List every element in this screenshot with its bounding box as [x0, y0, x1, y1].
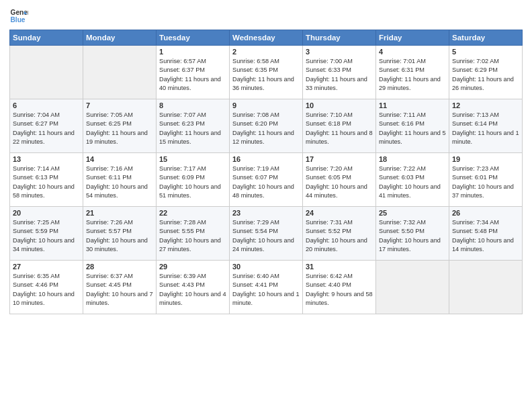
day-cell: 23Sunrise: 7:29 AMSunset: 5:54 PMDayligh… — [230, 207, 303, 261]
day-cell: 1Sunrise: 6:57 AMSunset: 6:37 PMDaylight… — [157, 46, 230, 99]
day-cell: 16Sunrise: 7:19 AMSunset: 6:07 PMDayligh… — [230, 153, 303, 207]
day-cell: 9Sunrise: 7:08 AMSunset: 6:20 PMDaylight… — [230, 99, 303, 153]
dow-header-sunday: Sunday — [10, 30, 83, 46]
dow-header-tuesday: Tuesday — [157, 30, 230, 46]
day-cell: 12Sunrise: 7:13 AMSunset: 6:14 PMDayligh… — [449, 99, 523, 153]
dow-header-thursday: Thursday — [303, 30, 376, 46]
day-number: 25 — [379, 209, 446, 217]
day-cell: 17Sunrise: 7:20 AMSunset: 6:05 PMDayligh… — [303, 153, 376, 207]
day-info: Sunrise: 6:39 AMSunset: 4:43 PMDaylight:… — [159, 272, 226, 308]
day-info: Sunrise: 7:05 AMSunset: 6:25 PMDaylight:… — [86, 111, 153, 146]
day-info: Sunrise: 7:00 AMSunset: 6:33 PMDaylight:… — [306, 57, 373, 93]
day-number: 13 — [13, 155, 80, 163]
day-number: 7 — [86, 101, 153, 109]
day-info: Sunrise: 7:17 AMSunset: 6:09 PMDaylight:… — [159, 165, 226, 200]
day-number: 2 — [232, 48, 300, 56]
day-cell: 31Sunrise: 6:42 AMSunset: 4:40 PMDayligh… — [303, 261, 376, 314]
day-number: 11 — [379, 101, 446, 109]
day-number: 3 — [306, 48, 373, 56]
dow-header-wednesday: Wednesday — [230, 30, 303, 46]
day-cell: 30Sunrise: 6:40 AMSunset: 4:41 PMDayligh… — [230, 261, 303, 314]
day-info: Sunrise: 6:35 AMSunset: 4:46 PMDaylight:… — [13, 272, 80, 308]
week-row-5: 27Sunrise: 6:35 AMSunset: 4:46 PMDayligh… — [10, 261, 523, 314]
day-cell: 18Sunrise: 7:22 AMSunset: 6:03 PMDayligh… — [376, 153, 449, 207]
day-cell: 25Sunrise: 7:32 AMSunset: 5:50 PMDayligh… — [376, 207, 449, 261]
day-cell: 28Sunrise: 6:37 AMSunset: 4:45 PMDayligh… — [83, 261, 157, 314]
day-cell: 2Sunrise: 6:58 AMSunset: 6:35 PMDaylight… — [230, 46, 303, 99]
week-row-4: 20Sunrise: 7:25 AMSunset: 5:59 PMDayligh… — [10, 207, 523, 261]
day-cell — [449, 261, 523, 314]
day-cell: 27Sunrise: 6:35 AMSunset: 4:46 PMDayligh… — [10, 261, 83, 314]
day-info: Sunrise: 7:02 AMSunset: 6:29 PMDaylight:… — [452, 57, 519, 93]
calendar-body: 1Sunrise: 6:57 AMSunset: 6:37 PMDaylight… — [10, 46, 523, 314]
day-cell: 20Sunrise: 7:25 AMSunset: 5:59 PMDayligh… — [10, 207, 83, 261]
day-number: 30 — [232, 263, 300, 271]
day-info: Sunrise: 7:07 AMSunset: 6:23 PMDaylight:… — [159, 111, 226, 146]
day-number: 22 — [159, 209, 226, 217]
day-number: 19 — [452, 155, 519, 163]
day-cell: 6Sunrise: 7:04 AMSunset: 6:27 PMDaylight… — [10, 99, 83, 153]
day-cell: 7Sunrise: 7:05 AMSunset: 6:25 PMDaylight… — [83, 99, 157, 153]
day-cell: 26Sunrise: 7:34 AMSunset: 5:48 PMDayligh… — [449, 207, 523, 261]
day-cell: 8Sunrise: 7:07 AMSunset: 6:23 PMDaylight… — [157, 99, 230, 153]
days-of-week-row: SundayMondayTuesdayWednesdayThursdayFrid… — [10, 30, 523, 46]
day-number: 9 — [232, 101, 300, 109]
day-cell: 11Sunrise: 7:11 AMSunset: 6:16 PMDayligh… — [376, 99, 449, 153]
day-info: Sunrise: 7:01 AMSunset: 6:31 PMDaylight:… — [379, 57, 446, 93]
day-cell: 21Sunrise: 7:26 AMSunset: 5:57 PMDayligh… — [83, 207, 157, 261]
day-number: 14 — [86, 155, 153, 163]
day-cell: 19Sunrise: 7:23 AMSunset: 6:01 PMDayligh… — [449, 153, 523, 207]
day-number: 29 — [159, 263, 226, 271]
page-header: General Blue — [9, 7, 523, 26]
day-info: Sunrise: 6:58 AMSunset: 6:35 PMDaylight:… — [232, 57, 300, 93]
day-cell: 24Sunrise: 7:31 AMSunset: 5:52 PMDayligh… — [303, 207, 376, 261]
day-info: Sunrise: 7:16 AMSunset: 6:11 PMDaylight:… — [86, 165, 153, 200]
day-cell — [10, 46, 83, 99]
day-cell: 10Sunrise: 7:10 AMSunset: 6:18 PMDayligh… — [303, 99, 376, 153]
day-info: Sunrise: 7:32 AMSunset: 5:50 PMDaylight:… — [379, 218, 446, 254]
day-info: Sunrise: 7:04 AMSunset: 6:27 PMDaylight:… — [13, 111, 80, 146]
dow-header-friday: Friday — [376, 30, 449, 46]
day-number: 20 — [13, 209, 80, 217]
day-info: Sunrise: 7:13 AMSunset: 6:14 PMDaylight:… — [452, 111, 519, 146]
logo-icon: General Blue — [9, 7, 28, 26]
calendar-table: SundayMondayTuesdayWednesdayThursdayFrid… — [9, 30, 523, 314]
day-cell: 22Sunrise: 7:28 AMSunset: 5:55 PMDayligh… — [157, 207, 230, 261]
day-number: 10 — [306, 101, 373, 109]
day-cell: 3Sunrise: 7:00 AMSunset: 6:33 PMDaylight… — [303, 46, 376, 99]
day-number: 15 — [159, 155, 226, 163]
day-info: Sunrise: 7:26 AMSunset: 5:57 PMDaylight:… — [86, 218, 153, 254]
day-cell: 15Sunrise: 7:17 AMSunset: 6:09 PMDayligh… — [157, 153, 230, 207]
day-info: Sunrise: 7:08 AMSunset: 6:20 PMDaylight:… — [232, 111, 300, 146]
logo: General Blue — [9, 7, 28, 26]
day-number: 8 — [159, 101, 226, 109]
day-number: 31 — [306, 263, 373, 271]
day-info: Sunrise: 7:31 AMSunset: 5:52 PMDaylight:… — [306, 218, 373, 254]
day-info: Sunrise: 7:23 AMSunset: 6:01 PMDaylight:… — [452, 165, 519, 200]
day-number: 16 — [232, 155, 300, 163]
day-number: 18 — [379, 155, 446, 163]
day-info: Sunrise: 7:25 AMSunset: 5:59 PMDaylight:… — [13, 218, 80, 254]
day-info: Sunrise: 6:40 AMSunset: 4:41 PMDaylight:… — [232, 272, 300, 308]
week-row-2: 6Sunrise: 7:04 AMSunset: 6:27 PMDaylight… — [10, 99, 523, 153]
day-number: 1 — [159, 48, 226, 56]
day-number: 6 — [13, 101, 80, 109]
day-info: Sunrise: 6:57 AMSunset: 6:37 PMDaylight:… — [159, 57, 226, 93]
day-cell — [376, 261, 449, 314]
day-number: 5 — [452, 48, 519, 56]
day-info: Sunrise: 7:14 AMSunset: 6:13 PMDaylight:… — [13, 165, 80, 200]
day-cell: 5Sunrise: 7:02 AMSunset: 6:29 PMDaylight… — [449, 46, 523, 99]
day-number: 27 — [13, 263, 80, 271]
week-row-1: 1Sunrise: 6:57 AMSunset: 6:37 PMDaylight… — [10, 46, 523, 99]
day-info: Sunrise: 6:37 AMSunset: 4:45 PMDaylight:… — [86, 272, 153, 308]
day-info: Sunrise: 7:28 AMSunset: 5:55 PMDaylight:… — [159, 218, 226, 254]
day-number: 24 — [306, 209, 373, 217]
dow-header-saturday: Saturday — [449, 30, 523, 46]
day-number: 21 — [86, 209, 153, 217]
dow-header-monday: Monday — [83, 30, 157, 46]
day-cell: 4Sunrise: 7:01 AMSunset: 6:31 PMDaylight… — [376, 46, 449, 99]
day-number: 12 — [452, 101, 519, 109]
day-info: Sunrise: 7:10 AMSunset: 6:18 PMDaylight:… — [306, 111, 373, 146]
day-info: Sunrise: 7:34 AMSunset: 5:48 PMDaylight:… — [452, 218, 519, 254]
day-info: Sunrise: 7:22 AMSunset: 6:03 PMDaylight:… — [379, 165, 446, 200]
